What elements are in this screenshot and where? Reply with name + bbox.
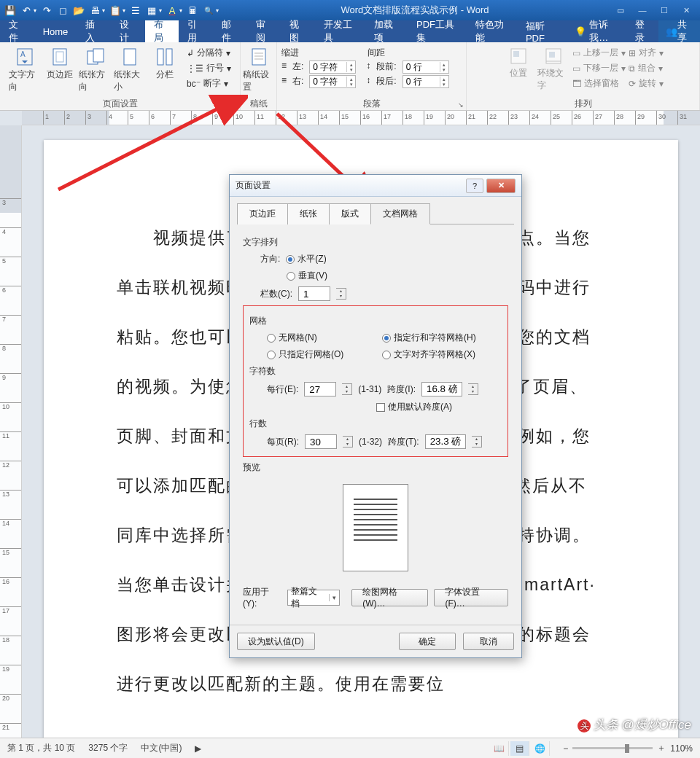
lpitch-input[interactable]: [425, 434, 466, 449]
view-print-icon[interactable]: ▤: [510, 741, 529, 756]
print-dropdown-icon[interactable]: ▾: [102, 7, 105, 14]
zoom-out-icon[interactable]: −: [563, 743, 568, 754]
status-page[interactable]: 第 1 页，共 10 页: [7, 742, 75, 754]
zoom-slider[interactable]: [572, 747, 653, 749]
pitch-input[interactable]: [421, 382, 462, 396]
space-after-input[interactable]: ▴▾: [402, 75, 449, 88]
undo-dropdown-icon[interactable]: ▾: [34, 7, 36, 14]
radio-line-grid[interactable]: 只指定行网格(O): [267, 348, 376, 361]
table-dropdown-icon[interactable]: ▾: [159, 7, 162, 14]
status-words[interactable]: 3275 个字: [88, 742, 128, 754]
size-button[interactable]: 纸张大小: [114, 47, 146, 93]
minimize-icon[interactable]: ―: [631, 1, 653, 19]
qat-customize-icon[interactable]: ▾: [216, 7, 219, 14]
view-web-icon[interactable]: 🌐: [531, 741, 550, 756]
tab-layout[interactable]: 布局: [145, 20, 179, 42]
paste-icon[interactable]: 📋: [108, 2, 122, 18]
breaks-button[interactable]: ↲分隔符 ▾: [187, 47, 231, 59]
chk-default-pitch[interactable]: 使用默认跨度(A): [376, 401, 452, 413]
line-numbers-button[interactable]: ⋮☰行号 ▾: [187, 62, 231, 74]
orientation-button[interactable]: 纸张方向: [79, 47, 111, 93]
selection-pane-button[interactable]: 🗔 选择窗格: [572, 77, 626, 90]
tell-me[interactable]: 💡告诉我…: [567, 20, 628, 42]
radio-no-grid[interactable]: 无网格(N): [267, 332, 376, 344]
lpitch-stepper[interactable]: ▴▾: [472, 436, 482, 448]
per-line-input[interactable]: [304, 382, 336, 396]
horizontal-ruler[interactable]: 1234567891011121314151617181920212223242…: [22, 111, 700, 125]
ribbon-display-icon[interactable]: ▭: [610, 1, 631, 19]
help-icon[interactable]: ?: [466, 179, 483, 193]
dtab-layout[interactable]: 版式: [329, 203, 371, 224]
send-backward-button[interactable]: ▭ 下移一层 ▾: [572, 62, 626, 74]
save-icon[interactable]: 💾: [3, 2, 18, 18]
undo-icon[interactable]: ↶: [19, 2, 34, 18]
bring-forward-button[interactable]: ▭ 上移一层 ▾: [572, 47, 626, 59]
pitch-stepper[interactable]: ▴▾: [468, 383, 478, 395]
manuscript-settings-button[interactable]: 稿纸设置: [243, 47, 275, 93]
tab-design[interactable]: 设计: [111, 20, 145, 42]
columns-stepper[interactable]: ▴▾: [336, 288, 346, 300]
list-icon[interactable]: ☰: [128, 2, 143, 18]
per-page-stepper[interactable]: ▴▾: [343, 436, 353, 448]
font-color-icon[interactable]: A: [165, 2, 179, 18]
rotate-button[interactable]: ⟳ 旋转 ▾: [629, 77, 664, 90]
tab-file[interactable]: 文件: [0, 20, 34, 42]
tab-developer[interactable]: 开发工具: [315, 20, 365, 42]
tab-review[interactable]: 审阅: [247, 20, 281, 42]
tab-mailings[interactable]: 邮件: [213, 20, 247, 42]
margins-button[interactable]: 页边距: [44, 47, 76, 81]
maximize-icon[interactable]: ☐: [653, 1, 675, 19]
wrap-text-button[interactable]: 环绕文字: [537, 47, 569, 92]
tab-foxit[interactable]: 福昕PDF: [517, 20, 567, 42]
indent-left-input[interactable]: ▴▾: [309, 60, 356, 74]
view-read-icon[interactable]: 📖: [490, 741, 509, 756]
tab-insert[interactable]: 插入: [77, 20, 111, 42]
tab-pdf-tools[interactable]: PDF工具集: [408, 20, 467, 42]
dialog-header[interactable]: 页面设置 ? ✕: [230, 175, 521, 197]
print-preview-icon[interactable]: 🖶: [88, 2, 102, 18]
tab-view[interactable]: 视图: [281, 20, 315, 42]
group-button[interactable]: ⧉ 组合 ▾: [629, 62, 664, 74]
space-before-input[interactable]: ▴▾: [402, 60, 449, 74]
status-language[interactable]: 中文(中国): [141, 742, 182, 754]
font-color-dropdown-icon[interactable]: ▾: [179, 7, 182, 14]
status-macro-icon[interactable]: ▶: [195, 743, 201, 754]
ok-button[interactable]: 确定: [399, 633, 456, 650]
dtab-paper[interactable]: 纸张: [287, 203, 330, 224]
tab-addins[interactable]: 加载项: [365, 20, 408, 42]
radio-horizontal[interactable]: 水平(Z): [286, 253, 326, 265]
columns-button[interactable]: 分栏: [149, 47, 181, 81]
table-icon[interactable]: ▦: [144, 2, 159, 18]
apply-to-select[interactable]: 整篇文档▾: [287, 590, 341, 606]
tab-special[interactable]: 特色功能: [467, 20, 517, 42]
page-setup-launcher-icon[interactable]: ↘: [232, 101, 238, 109]
set-default-button[interactable]: 设为默认值(D): [237, 633, 315, 650]
per-line-stepper[interactable]: ▴▾: [342, 383, 352, 395]
zoom-control[interactable]: − ＋ 110%: [563, 742, 693, 754]
radio-char-grid[interactable]: 指定行和字符网格(H): [382, 332, 476, 344]
columns-input[interactable]: [298, 286, 330, 301]
sign-in[interactable]: 登录: [628, 20, 659, 42]
zoom-value[interactable]: 110%: [670, 743, 693, 754]
new-icon[interactable]: ◻: [55, 2, 70, 18]
open-icon[interactable]: 📂: [71, 2, 86, 18]
text-direction-button[interactable]: A文字方向: [9, 47, 41, 93]
calc-icon[interactable]: 🖩: [185, 2, 200, 18]
zoom-icon[interactable]: 🔍: [201, 2, 216, 18]
hyphenation-button[interactable]: bc⁻断字 ▾: [187, 77, 231, 90]
dialog-close-icon[interactable]: ✕: [486, 179, 516, 193]
indent-right-input[interactable]: ▴▾: [309, 75, 356, 88]
cancel-button[interactable]: 取消: [463, 633, 514, 650]
per-page-input[interactable]: [305, 434, 337, 449]
position-button[interactable]: 位置: [502, 47, 534, 79]
redo-icon[interactable]: ↷: [39, 2, 54, 18]
paste-dropdown-icon[interactable]: ▾: [122, 7, 125, 14]
radio-snap-grid[interactable]: 文字对齐字符网格(X): [382, 348, 475, 361]
zoom-in-icon[interactable]: ＋: [657, 742, 666, 754]
dtab-grid[interactable]: 文档网格: [370, 203, 430, 224]
drawing-grid-button[interactable]: 绘图网格(W)…: [351, 589, 428, 606]
share-button[interactable]: 👥 共享: [658, 20, 700, 42]
tab-references[interactable]: 引用: [179, 20, 213, 42]
radio-vertical[interactable]: 垂直(V): [287, 270, 327, 282]
font-settings-button[interactable]: 字体设置(F)…: [434, 589, 508, 606]
